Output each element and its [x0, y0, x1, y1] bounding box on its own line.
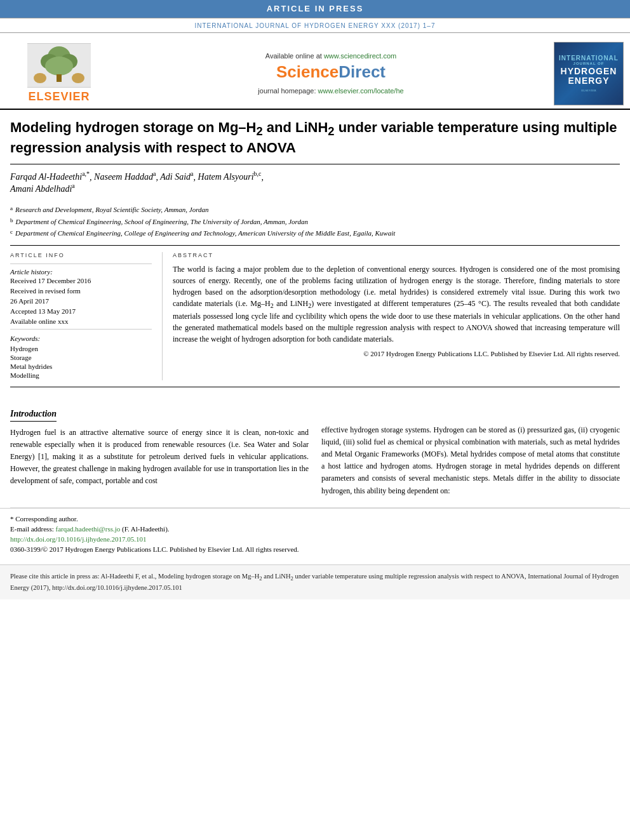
keyword-metal-hydrides: Metal hydrides	[10, 363, 152, 370]
abstract-heading: ABSTRACT	[173, 252, 620, 258]
article-info-column: ARTICLE INFO Article history: Received 1…	[10, 252, 163, 380]
keywords-section: Keywords: Hydrogen Storage Metal hydride…	[10, 335, 152, 379]
introduction-col1-text: Hydrogen fuel is an attractive alternati…	[10, 427, 309, 488]
svg-point-6	[34, 73, 46, 83]
introduction-title: Introduction	[10, 409, 57, 422]
email-note: E-mail address: farqad.hadeethi@rss.jo (…	[10, 525, 620, 533]
keywords-label: Keywords:	[10, 335, 152, 342]
affiliation-b: b Department of Chemical Engineering, Sc…	[10, 217, 620, 227]
elsevier-logo-text: ELSEVIER	[28, 90, 90, 103]
corresponding-note: * Corresponding author.	[10, 515, 620, 523]
abstract-column: ABSTRACT The world is facing a major pro…	[163, 252, 620, 380]
author-4: Hatem Alsyourib,c	[198, 172, 262, 182]
abstract-copyright: © 2017 Hydrogen Energy Publications LLC.…	[173, 350, 620, 357]
keyword-hydrogen: Hydrogen	[10, 345, 152, 352]
elsevier-logo-area: ELSEVIER	[0, 38, 114, 109]
journal-bar-text: INTERNATIONAL JOURNAL OF HYDROGEN ENERGY…	[195, 22, 436, 29]
sciencedirect-logo: ScienceDirect	[276, 62, 385, 82]
banner-text: ARTICLE IN PRESS	[267, 4, 364, 13]
body-two-column: Introduction Hydrogen fuel is an attract…	[10, 409, 620, 497]
author-1: Farqad Al-Hadeethia,*	[10, 172, 90, 182]
authors-section: Farqad Al-Hadeethia,*, Naseem Haddada, A…	[10, 164, 620, 202]
available-online: Available online xxx	[10, 317, 152, 325]
introduction-section: Introduction Hydrogen fuel is an attract…	[10, 399, 620, 508]
article-in-press-banner: ARTICLE IN PRESS	[0, 0, 630, 18]
journal-cover-image: INTERNATIONAL JOURNAL OF HYDROGENENERGY …	[554, 42, 624, 105]
footer-notes: * Corresponding author. E-mail address: …	[0, 508, 630, 559]
available-online-text: Available online at www.sciencedirect.co…	[265, 52, 396, 60]
author-3: Adi Saida	[160, 172, 193, 182]
journal-header-bar: INTERNATIONAL JOURNAL OF HYDROGEN ENERGY…	[0, 18, 630, 33]
two-column-info-abstract: ARTICLE INFO Article history: Received 1…	[10, 246, 620, 387]
history-label: Article history:	[10, 268, 152, 276]
svg-rect-5	[57, 74, 62, 82]
journal-homepage-link[interactable]: www.elsevier.com/locate/he	[318, 87, 404, 95]
body-col-right: effective hydrogen storage systems. Hydr…	[321, 409, 620, 497]
author-5: Amani Abdelhadia	[10, 184, 75, 194]
issn-line: 0360-3199/© 2017 Hydrogen Energy Publica…	[10, 545, 620, 553]
author-2: Naseem Haddada	[94, 172, 156, 182]
citation-text: Please cite this article in press as: Al…	[10, 573, 619, 591]
header-section: ELSEVIER Available online at www.science…	[0, 33, 630, 110]
body-col-left: Introduction Hydrogen fuel is an attract…	[10, 409, 309, 497]
journal-cover-area: INTERNATIONAL JOURNAL OF HYDROGENENERGY …	[547, 38, 630, 109]
received-date: Received 17 December 2016	[10, 277, 152, 284]
affiliation-a: a Research and Development, Royal Scient…	[10, 204, 620, 215]
email-link[interactable]: farqad.hadeethi@rss.jo	[55, 525, 120, 533]
article-title: Modeling hydrogen storage on Mg–H2 and L…	[10, 119, 620, 157]
article-info-heading: ARTICLE INFO	[10, 252, 152, 258]
abstract-text: The world is facing a major problem due …	[173, 263, 620, 345]
keyword-modelling: Modelling	[10, 371, 152, 379]
citation-box: Please cite this article in press as: Al…	[0, 564, 630, 599]
revised-date: 26 April 2017	[10, 297, 152, 305]
elsevier-tree-icon	[27, 43, 91, 88]
affiliations-section: a Research and Development, Royal Scient…	[10, 202, 620, 246]
journal-homepage: journal homepage: www.elsevier.com/locat…	[258, 87, 403, 95]
doi-link[interactable]: http://dx.doi.org/10.1016/j.ijhydene.201…	[10, 535, 147, 543]
keywords-divider	[10, 329, 152, 330]
keyword-storage: Storage	[10, 354, 152, 361]
accepted-date: Accepted 13 May 2017	[10, 307, 152, 315]
info-divider	[10, 263, 152, 264]
header-center: Available online at www.sciencedirect.co…	[114, 38, 547, 109]
article-title-section: Modeling hydrogen storage on Mg–H2 and L…	[10, 110, 620, 164]
svg-point-7	[72, 73, 84, 83]
sciencedirect-link[interactable]: www.sciencedirect.com	[324, 52, 396, 60]
introduction-col2-text: effective hydrogen storage systems. Hydr…	[321, 424, 620, 497]
main-content: Modeling hydrogen storage on Mg–H2 and L…	[0, 110, 630, 508]
affiliation-c: c Department of Chemical Engineering, Co…	[10, 228, 620, 239]
svg-point-4	[45, 57, 73, 76]
revised-label: Received in revised form	[10, 287, 152, 295]
spacer	[10, 387, 620, 399]
authors-line: Farqad Al-Hadeethia,*, Naseem Haddada, A…	[10, 171, 620, 194]
doi-link-item: http://dx.doi.org/10.1016/j.ijhydene.201…	[10, 535, 620, 543]
